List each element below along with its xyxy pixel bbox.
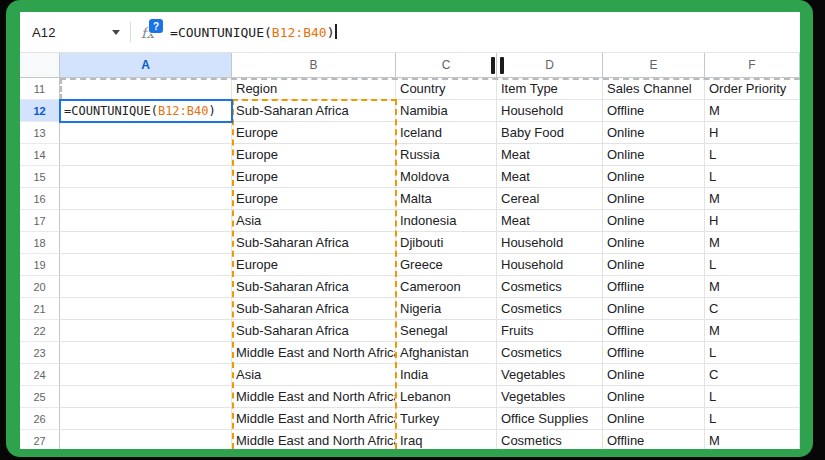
- cell-A22[interactable]: [60, 320, 232, 342]
- cell-E14[interactable]: Online: [603, 144, 705, 166]
- cell-C13[interactable]: Iceland: [396, 122, 497, 144]
- select-all-corner[interactable]: [20, 53, 60, 78]
- cell-A13[interactable]: [60, 122, 232, 144]
- column-header-f[interactable]: F: [705, 53, 800, 78]
- cell-C11[interactable]: Country: [396, 78, 497, 100]
- cell-B20[interactable]: Sub-Saharan Africa: [232, 276, 396, 298]
- cell-D25[interactable]: Vegetables: [497, 386, 603, 408]
- cell-A26[interactable]: [60, 408, 232, 430]
- cell-E18[interactable]: Online: [603, 232, 705, 254]
- column-header-c[interactable]: C: [396, 53, 497, 78]
- cell-E16[interactable]: Online: [603, 188, 705, 210]
- cell-D17[interactable]: Meat: [497, 210, 603, 232]
- row-header-26[interactable]: 26: [20, 408, 60, 430]
- cell-D13[interactable]: Baby Food: [497, 122, 603, 144]
- cell-C16[interactable]: Malta: [396, 188, 497, 210]
- cell-C14[interactable]: Russia: [396, 144, 497, 166]
- cell-E13[interactable]: Online: [603, 122, 705, 144]
- cell-B16[interactable]: Europe: [232, 188, 396, 210]
- chevron-down-icon[interactable]: [112, 30, 120, 35]
- cell-E25[interactable]: Online: [603, 386, 705, 408]
- row-header-15[interactable]: 15: [20, 166, 60, 188]
- cell-C18[interactable]: Djibouti: [396, 232, 497, 254]
- cell-E21[interactable]: Online: [603, 298, 705, 320]
- cell-C26[interactable]: Turkey: [396, 408, 497, 430]
- cell-F23[interactable]: L: [705, 342, 800, 364]
- cell-D27[interactable]: Cosmetics: [497, 430, 603, 449]
- cell-E11[interactable]: Sales Channel: [603, 78, 705, 100]
- cell-D11[interactable]: Item Type: [497, 78, 603, 100]
- cell-F20[interactable]: M: [705, 276, 800, 298]
- row-header-14[interactable]: 14: [20, 144, 60, 166]
- cell-C24[interactable]: India: [396, 364, 497, 386]
- column-header-d[interactable]: D: [497, 53, 603, 78]
- cell-B27[interactable]: Middle East and North Africa: [232, 430, 396, 449]
- cell-F14[interactable]: L: [705, 144, 800, 166]
- cell-F21[interactable]: C: [705, 298, 800, 320]
- cell-A14[interactable]: [60, 144, 232, 166]
- cell-A18[interactable]: [60, 232, 232, 254]
- cell-B25[interactable]: Middle East and North Africa: [232, 386, 396, 408]
- row-header-16[interactable]: 16: [20, 188, 60, 210]
- cell-F15[interactable]: L: [705, 166, 800, 188]
- cell-B21[interactable]: Sub-Saharan Africa: [232, 298, 396, 320]
- cell-A11[interactable]: [60, 78, 232, 100]
- cell-B24[interactable]: Asia: [232, 364, 396, 386]
- cell-C19[interactable]: Greece: [396, 254, 497, 276]
- cell-F26[interactable]: L: [705, 408, 800, 430]
- cell-B18[interactable]: Sub-Saharan Africa: [232, 232, 396, 254]
- help-badge-icon[interactable]: ?: [149, 19, 163, 33]
- cell-D14[interactable]: Meat: [497, 144, 603, 166]
- cell-A17[interactable]: [60, 210, 232, 232]
- cell-B22[interactable]: Sub-Saharan Africa: [232, 320, 396, 342]
- cell-E19[interactable]: Online: [603, 254, 705, 276]
- cell-C27[interactable]: Iraq: [396, 430, 497, 449]
- row-header-17[interactable]: 17: [20, 210, 60, 232]
- cell-F16[interactable]: M: [705, 188, 800, 210]
- cell-F18[interactable]: M: [705, 232, 800, 254]
- cell-D19[interactable]: Household: [497, 254, 603, 276]
- cell-A19[interactable]: [60, 254, 232, 276]
- row-header-12[interactable]: 12: [20, 100, 60, 122]
- cell-D16[interactable]: Cereal: [497, 188, 603, 210]
- cell-A27[interactable]: [60, 430, 232, 449]
- cell-C12[interactable]: Namibia: [396, 100, 497, 122]
- cell-F19[interactable]: L: [705, 254, 800, 276]
- cell-F13[interactable]: H: [705, 122, 800, 144]
- row-header-18[interactable]: 18: [20, 232, 60, 254]
- row-header-27[interactable]: 27: [20, 430, 60, 449]
- cell-D24[interactable]: Vegetables: [497, 364, 603, 386]
- cell-D15[interactable]: Meat: [497, 166, 603, 188]
- cell-A15[interactable]: [60, 166, 232, 188]
- cell-D18[interactable]: Household: [497, 232, 603, 254]
- cell-A25[interactable]: [60, 386, 232, 408]
- row-header-19[interactable]: 19: [20, 254, 60, 276]
- cell-B11[interactable]: Region: [232, 78, 396, 100]
- row-header-24[interactable]: 24: [20, 364, 60, 386]
- cell-E12[interactable]: Offline: [603, 100, 705, 122]
- cell-F22[interactable]: M: [705, 320, 800, 342]
- column-resize-indicator-icon[interactable]: [488, 57, 506, 74]
- cell-D21[interactable]: Cosmetics: [497, 298, 603, 320]
- cell-B15[interactable]: Europe: [232, 166, 396, 188]
- cell-E26[interactable]: Online: [603, 408, 705, 430]
- cell-E24[interactable]: Online: [603, 364, 705, 386]
- cell-C15[interactable]: Moldova: [396, 166, 497, 188]
- cell-D22[interactable]: Fruits: [497, 320, 603, 342]
- cell-B19[interactable]: Europe: [232, 254, 396, 276]
- cell-F12[interactable]: M: [705, 100, 800, 122]
- cell-D20[interactable]: Cosmetics: [497, 276, 603, 298]
- cell-F17[interactable]: H: [705, 210, 800, 232]
- cell-B17[interactable]: Asia: [232, 210, 396, 232]
- row-header-25[interactable]: 25: [20, 386, 60, 408]
- cell-A21[interactable]: [60, 298, 232, 320]
- cell-A23[interactable]: [60, 342, 232, 364]
- cell-D26[interactable]: Office Supplies: [497, 408, 603, 430]
- formula-input[interactable]: =COUNTUNIQUE(B12:B40): [170, 24, 337, 40]
- column-header-a[interactable]: A: [60, 53, 232, 78]
- cell-D23[interactable]: Cosmetics: [497, 342, 603, 364]
- row-header-23[interactable]: 23: [20, 342, 60, 364]
- cell-C25[interactable]: Lebanon: [396, 386, 497, 408]
- cell-F25[interactable]: L: [705, 386, 800, 408]
- cell-C23[interactable]: Afghanistan: [396, 342, 497, 364]
